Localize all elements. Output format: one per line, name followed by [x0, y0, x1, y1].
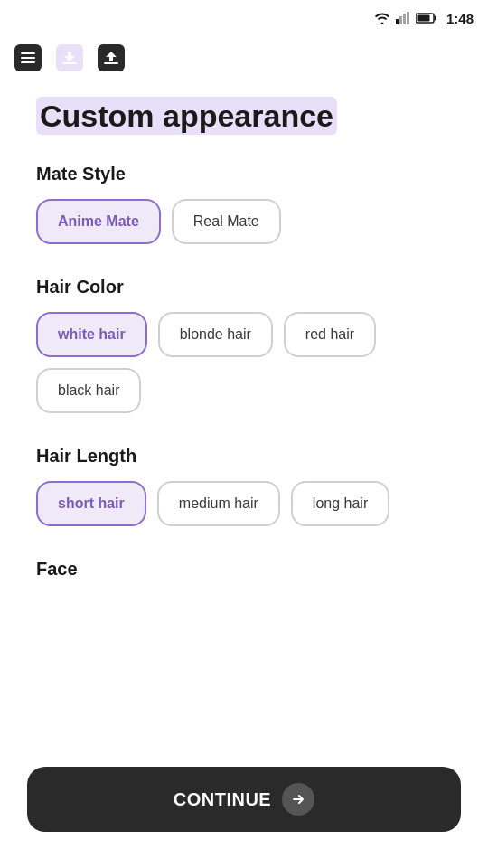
hair-length-options: short hair medium hair long hair: [36, 481, 452, 526]
svg-rect-3: [407, 12, 409, 24]
svg-rect-5: [434, 16, 436, 21]
svg-rect-0: [396, 19, 399, 24]
action-bar: [0, 36, 488, 80]
hair-length-medium[interactable]: medium hair: [157, 481, 280, 526]
svg-rect-8: [21, 57, 35, 59]
mate-style-anime[interactable]: Anime Mate: [36, 199, 161, 244]
continue-arrow-icon: [282, 783, 314, 816]
mate-style-section: Mate Style Anime Mate Real Mate: [36, 164, 452, 244]
svg-rect-7: [21, 52, 35, 54]
face-label: Face: [36, 559, 452, 580]
download-button[interactable]: [56, 44, 83, 71]
page-title-highlight: Custom appearance: [36, 97, 337, 135]
svg-rect-11: [104, 62, 118, 64]
hair-color-section: Hair Color white hair blonde hair red ha…: [36, 277, 452, 413]
hair-length-long[interactable]: long hair: [291, 481, 389, 526]
hair-color-white[interactable]: white hair: [36, 312, 147, 357]
mate-style-label: Mate Style: [36, 164, 452, 184]
hair-color-label: Hair Color: [36, 277, 452, 297]
wifi-icon: [374, 12, 390, 24]
svg-rect-10: [62, 62, 77, 64]
battery-icon: [416, 12, 437, 24]
signal-icon: [396, 12, 410, 24]
mate-style-real[interactable]: Real Mate: [172, 199, 281, 244]
svg-rect-1: [399, 16, 402, 24]
status-bar: 1:48: [0, 0, 488, 36]
hair-color-blonde[interactable]: blonde hair: [158, 312, 273, 357]
continue-button[interactable]: CONTINUE: [27, 767, 461, 832]
hair-color-red[interactable]: red hair: [284, 312, 376, 357]
svg-rect-6: [417, 15, 429, 22]
hair-length-section: Hair Length short hair medium hair long …: [36, 446, 452, 526]
hair-length-short[interactable]: short hair: [36, 481, 146, 526]
page-title: Custom appearance: [36, 98, 452, 135]
face-section: Face: [36, 559, 452, 580]
svg-rect-2: [403, 14, 406, 24]
status-bar-right: 1:48: [374, 11, 474, 26]
hair-color-black[interactable]: black hair: [36, 368, 141, 413]
upload-button[interactable]: [98, 44, 125, 71]
hair-color-options: white hair blonde hair red hair black ha…: [36, 312, 452, 413]
main-content: Custom appearance Mate Style Anime Mate …: [0, 80, 488, 868]
continue-button-label: CONTINUE: [174, 789, 271, 810]
svg-rect-9: [21, 61, 35, 63]
menu-button[interactable]: [14, 44, 42, 71]
mate-style-options: Anime Mate Real Mate: [36, 199, 452, 244]
hair-length-label: Hair Length: [36, 446, 452, 467]
status-time: 1:48: [446, 11, 474, 26]
